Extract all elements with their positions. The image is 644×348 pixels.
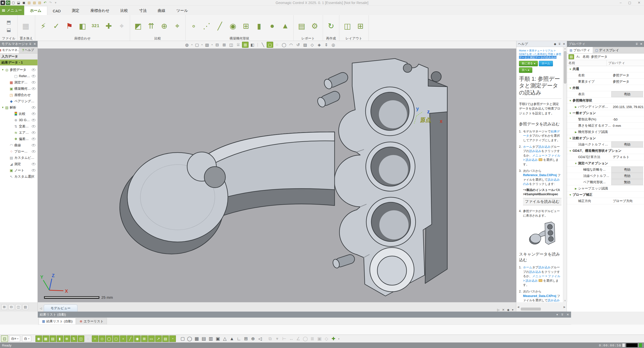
property-row[interactable]: 表示有効 xyxy=(567,91,644,97)
visibility-eye-icon[interactable] xyxy=(32,81,35,84)
save-icon[interactable]: ◼ xyxy=(22,1,26,5)
redo-icon[interactable]: ↷ xyxy=(48,1,53,5)
scrollbar-thumb[interactable] xyxy=(564,51,567,84)
tree-item-reference-file[interactable]: ▢ Referen... xyxy=(0,73,37,79)
shading-caret-icon[interactable]: ▾ xyxy=(191,42,193,48)
visibility-eye-icon[interactable] xyxy=(32,169,35,172)
toolbar-caret-icon[interactable]: ▾ xyxy=(337,335,340,342)
select-line-icon[interactable]: ╲ xyxy=(260,42,266,48)
display-cone-icon[interactable]: △ xyxy=(222,335,228,342)
close-icon[interactable]: ✕ xyxy=(640,42,642,46)
show-compare-icon[interactable]: ▤ xyxy=(50,335,56,342)
display-matrix-icon[interactable]: ⊞ xyxy=(243,335,249,342)
show-vector-icon[interactable]: ↗ xyxy=(155,335,162,342)
export-folder-icon[interactable]: ▧ xyxy=(32,1,37,5)
visibility-eye-icon[interactable] xyxy=(32,138,35,140)
probe-alignment-icon[interactable]: ⌖ xyxy=(116,18,128,33)
panel-layout-icon[interactable]: ◧ xyxy=(249,42,256,48)
display-region-icon[interactable]: ▦ xyxy=(193,335,200,342)
report-settings-icon[interactable]: ⚙ xyxy=(309,18,321,33)
add-note-icon[interactable]: ✚ xyxy=(330,335,337,342)
view-options-icon[interactable]: ◆ xyxy=(507,308,509,312)
toggle-help-icon[interactable]: ▤ xyxy=(23,304,28,310)
show-cylinder-icon[interactable]: ▭ xyxy=(148,335,155,342)
tree-item-measure[interactable]: ◢ 測定 xyxy=(0,161,37,167)
display-axis-icon[interactable]: ∟ xyxy=(236,335,242,342)
viewport-split-right-icon[interactable]: ⊞ xyxy=(221,42,227,48)
pin-icon[interactable]: ∓ xyxy=(558,42,561,46)
iso-view-icon[interactable]: ▧ xyxy=(204,42,210,48)
distance-measure-icon[interactable]: ↔ xyxy=(288,335,295,342)
help-vertical-scrollbar[interactable]: ∧ ∨ xyxy=(563,47,567,302)
321-alignment-icon[interactable]: 321 xyxy=(90,18,102,33)
iso-caret-icon[interactable]: ▾ xyxy=(211,42,213,48)
tree-item-compare[interactable]: 比較 xyxy=(0,111,37,117)
grid-plane-icon[interactable]: ⊞ xyxy=(240,18,252,33)
visibility-eye-icon[interactable] xyxy=(32,150,35,153)
result-list-tab[interactable]: ▦ 結果リスト (自動) xyxy=(39,318,76,324)
help-horizontal-scrollbar[interactable]: ◀ ▶ xyxy=(516,302,567,312)
collapse-caret-icon[interactable]: ▾ xyxy=(556,313,558,316)
ribbon-tab[interactable]: ツール xyxy=(171,6,193,15)
3d-compare-icon[interactable]: ◩ xyxy=(132,18,144,33)
undo-icon[interactable]: ↶ xyxy=(43,1,47,5)
load-file-button[interactable]: ファイルを読み込む xyxy=(523,198,561,205)
export-file-icon[interactable]: ⬓ xyxy=(5,26,13,33)
recent-folder-icon[interactable]: ▤ xyxy=(37,1,42,5)
layout-grid-icon[interactable]: ⊞ xyxy=(354,18,367,33)
tab-model-manager[interactable]: ▦ モデルマネ... xyxy=(0,47,19,53)
select-prism-icon[interactable]: ◈ xyxy=(316,42,323,48)
tree-item-measured-data[interactable]: ▦ 測定データ xyxy=(0,79,37,85)
display-mesh-icon[interactable]: ◯ xyxy=(186,335,193,342)
section-measure-icon[interactable]: ≣ xyxy=(309,335,316,342)
cylinder-icon[interactable]: ▮ xyxy=(253,18,265,33)
show-grid-icon[interactable]: ⊞ xyxy=(141,335,148,342)
tree-item-deviation-location[interactable]: ❖ 偏差位置 xyxy=(0,136,37,142)
show-line-icon[interactable]: ╱ xyxy=(127,335,134,342)
tree-item-reference-data[interactable]: ▼ ◎ 参照データ xyxy=(0,67,37,73)
pin-icon[interactable]: ∓ xyxy=(561,313,564,316)
angle-measure-icon[interactable]: ∠ xyxy=(295,335,302,342)
display-face-icon[interactable]: ▤ xyxy=(200,335,207,342)
pin-icon[interactable]: ∓ xyxy=(635,42,638,46)
close-view-icon[interactable]: ✕ xyxy=(502,308,505,312)
select-lasso-icon[interactable]: ◠ xyxy=(288,42,294,48)
sort-az-icon[interactable]: A↓ xyxy=(576,54,581,59)
show-plane-icon[interactable]: ◯ xyxy=(106,335,112,342)
create-report-icon[interactable]: ▤ xyxy=(296,18,308,33)
radius-measure-icon[interactable]: ◯ xyxy=(302,335,309,342)
line-icon[interactable]: ╱ xyxy=(214,18,226,33)
tree-item-3d-gdt[interactable]: ⊕ 3D GD... xyxy=(0,117,37,123)
tree-item-custom-select[interactable]: ↖ カスタム選択 xyxy=(0,173,37,180)
close-icon[interactable]: ✕ xyxy=(567,313,569,316)
sphere-icon[interactable]: ● xyxy=(266,18,278,33)
layout-split-icon[interactable]: ◫ xyxy=(341,18,353,33)
show-sphere-icon[interactable]: ◔ xyxy=(169,335,176,342)
tab-display[interactable]: ▢ ディスプレイ xyxy=(593,47,622,53)
help-home-button[interactable]: ホーム xyxy=(539,61,553,66)
2d-compare-icon[interactable]: ⇈ xyxy=(145,18,157,33)
open-folder-icon[interactable]: ▨ xyxy=(27,1,31,5)
pin-icon[interactable]: ∓ xyxy=(29,42,31,46)
maximize-button[interactable]: ▢ xyxy=(628,1,631,5)
display-flag-icon[interactable]: ◁ xyxy=(257,335,263,342)
area-measure-icon[interactable]: ▣ xyxy=(316,335,323,342)
recalculate-icon[interactable]: ↻ xyxy=(325,18,337,33)
result-data-row[interactable]: 結果データ - 1 xyxy=(0,60,37,66)
ribbon-tab[interactable]: 比較 xyxy=(115,6,134,15)
shading-mode-icon[interactable]: ◍ xyxy=(184,42,190,48)
select-ring-icon[interactable]: ◎ xyxy=(330,42,337,48)
show-polygon-icon[interactable]: ◇ xyxy=(99,335,105,342)
show-measured-data-icon[interactable]: ▦ xyxy=(43,335,49,342)
toggle-properties-icon[interactable]: ⊟ xyxy=(9,304,14,310)
probe-deviation-icon[interactable]: ⌖ xyxy=(171,18,183,33)
fit-view-icon[interactable]: ⊡ xyxy=(1,335,8,342)
error-list-tab[interactable]: ⊗ エラーリスト xyxy=(76,318,107,324)
help-next-button[interactable]: 次へ ▸ xyxy=(519,67,532,73)
minimize-button[interactable]: – xyxy=(620,1,622,5)
viewport-fit-icon[interactable]: ⍓ xyxy=(235,42,242,48)
select-paint-icon[interactable]: ▨ xyxy=(302,42,308,48)
visibility-eye-icon[interactable] xyxy=(32,144,35,146)
display-box-icon[interactable]: ▢ xyxy=(194,42,200,48)
property-row[interactable]: 極端な距離を...有効 xyxy=(567,167,644,173)
